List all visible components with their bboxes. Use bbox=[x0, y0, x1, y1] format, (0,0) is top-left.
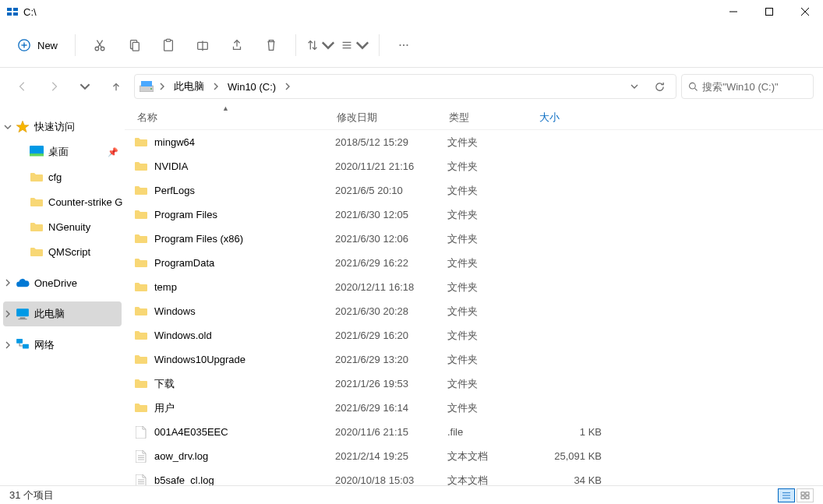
file-type: 文件夹 bbox=[447, 136, 538, 150]
address-dropdown-button[interactable] bbox=[623, 76, 646, 97]
tree-onedrive[interactable]: OneDrive bbox=[0, 270, 125, 295]
list-item[interactable]: Windows2021/6/30 20:28文件夹 bbox=[125, 299, 823, 323]
search-input[interactable] bbox=[702, 81, 807, 93]
nav-recent-dropdown[interactable] bbox=[72, 73, 98, 100]
column-header-size[interactable]: 大小 bbox=[530, 105, 600, 129]
tree-this-pc[interactable]: 此电脑 bbox=[3, 301, 122, 326]
svg-rect-28 bbox=[141, 81, 152, 86]
tree-label: OneDrive bbox=[34, 277, 77, 289]
file-date: 2021/6/5 20:10 bbox=[335, 185, 447, 196]
column-header-type[interactable]: 类型 bbox=[440, 105, 530, 129]
list-item[interactable]: 用户2021/6/29 16:14文件夹 bbox=[125, 396, 823, 420]
address-bar[interactable]: 此电脑 Win10 (C:) bbox=[134, 74, 676, 99]
tree-desktop[interactable]: 桌面 📌 bbox=[0, 139, 125, 164]
window-close-button[interactable] bbox=[787, 0, 823, 23]
cut-button[interactable] bbox=[85, 30, 115, 60]
file-date: 2021/6/30 12:06 bbox=[335, 233, 447, 245]
refresh-button[interactable] bbox=[648, 76, 671, 97]
file-type: 文本文档 bbox=[447, 474, 538, 486]
paste-button[interactable] bbox=[154, 30, 183, 60]
cloud-icon bbox=[16, 276, 30, 290]
list-item[interactable]: Program Files (x86)2021/6/30 12:06文件夹 bbox=[125, 227, 823, 251]
folder-icon bbox=[30, 170, 44, 184]
nav-forward-button[interactable] bbox=[41, 73, 67, 100]
list-item[interactable]: Windows.old2021/6/29 16:20文件夹 bbox=[125, 323, 823, 347]
more-button[interactable] bbox=[389, 30, 419, 60]
svg-point-29 bbox=[150, 88, 152, 90]
file-date: 2021/6/29 13:20 bbox=[335, 354, 447, 365]
file-type: 文件夹 bbox=[447, 377, 538, 391]
view-details-button[interactable] bbox=[778, 488, 795, 502]
share-button[interactable] bbox=[222, 30, 252, 60]
file-size: 25,091 KB bbox=[538, 450, 602, 462]
list-item[interactable]: NVIDIA2020/11/21 21:16文件夹 bbox=[125, 154, 823, 178]
svg-rect-49 bbox=[801, 492, 804, 494]
list-item[interactable]: aow_drv.log2021/2/14 19:25文本文档25,091 KB bbox=[125, 444, 823, 468]
list-item[interactable]: ProgramData2021/6/29 16:22文件夹 bbox=[125, 251, 823, 275]
file-name: Windows10Upgrade bbox=[154, 354, 335, 365]
main-area: 快速访问 桌面 📌 cfg Counter-strike G NGenuity … bbox=[0, 105, 823, 485]
list-item[interactable]: 下载2021/1/26 19:53文件夹 bbox=[125, 372, 823, 396]
toolbar-divider bbox=[295, 34, 296, 56]
breadcrumb-drive[interactable]: Win10 (C:) bbox=[224, 79, 279, 94]
list-item[interactable]: mingw642018/5/12 15:29文件夹 bbox=[125, 130, 823, 154]
file-type: 文件夹 bbox=[447, 184, 538, 198]
chevron-right-icon[interactable] bbox=[282, 83, 293, 90]
folder-icon bbox=[134, 208, 148, 222]
tree-item[interactable]: NGenuity bbox=[0, 214, 125, 239]
file-type: 文件夹 bbox=[447, 305, 538, 319]
window-maximize-button[interactable] bbox=[751, 0, 787, 23]
window-minimize-button[interactable] bbox=[715, 0, 751, 23]
new-button[interactable]: New bbox=[9, 30, 65, 60]
window-title: C:\ bbox=[23, 6, 37, 18]
tree-label: Counter-strike G bbox=[48, 196, 122, 208]
tree-item[interactable]: QMScript bbox=[0, 239, 125, 264]
list-item[interactable]: Windows10Upgrade2021/6/29 13:20文件夹 bbox=[125, 347, 823, 372]
file-list[interactable]: mingw642018/5/12 15:29文件夹NVIDIA2020/11/2… bbox=[125, 130, 823, 485]
column-header-date[interactable]: 修改日期 bbox=[327, 105, 440, 129]
rename-button[interactable] bbox=[188, 30, 217, 60]
folder-icon bbox=[134, 232, 148, 246]
nav-up-button[interactable] bbox=[103, 73, 129, 100]
delete-button[interactable] bbox=[256, 30, 286, 60]
search-box[interactable] bbox=[681, 74, 814, 99]
tree-quick-access[interactable]: 快速访问 bbox=[0, 115, 125, 139]
tree-label: 网络 bbox=[34, 338, 55, 352]
view-thumbnails-button[interactable] bbox=[797, 488, 814, 502]
file-type: 文件夹 bbox=[447, 353, 538, 367]
chevron-right-icon[interactable] bbox=[2, 277, 14, 289]
folder-icon bbox=[30, 220, 44, 234]
tree-network[interactable]: 网络 bbox=[0, 333, 125, 358]
view-button[interactable] bbox=[340, 30, 369, 60]
command-toolbar: New bbox=[0, 23, 823, 67]
file-name: mingw64 bbox=[154, 136, 335, 148]
list-item[interactable]: Program Files2021/6/30 12:05文件夹 bbox=[125, 203, 823, 227]
nav-back-button[interactable] bbox=[9, 73, 36, 100]
sort-indicator-icon: ▲ bbox=[222, 105, 229, 112]
svg-line-31 bbox=[694, 88, 697, 90]
folder-icon bbox=[30, 195, 44, 209]
tree-label: NGenuity bbox=[48, 221, 90, 233]
list-item[interactable]: temp2020/12/11 16:18文件夹 bbox=[125, 275, 823, 299]
drive-icon bbox=[140, 80, 154, 93]
chevron-down-icon[interactable] bbox=[2, 121, 14, 133]
tree-item[interactable]: Counter-strike G bbox=[0, 189, 125, 214]
chevron-right-icon[interactable] bbox=[2, 339, 14, 351]
tree-label: QMScript bbox=[48, 246, 90, 258]
copy-button[interactable] bbox=[119, 30, 149, 60]
file-date: 2020/10/18 15:03 bbox=[335, 474, 447, 485]
list-item[interactable]: b5safe_cl.log2020/10/18 15:03文本文档34 KB bbox=[125, 468, 823, 485]
folder-icon bbox=[134, 280, 148, 294]
chevron-right-icon[interactable] bbox=[157, 83, 168, 90]
svg-rect-38 bbox=[16, 339, 23, 344]
tree-item[interactable]: cfg bbox=[0, 164, 125, 189]
chevron-right-icon[interactable] bbox=[210, 83, 221, 90]
list-item[interactable]: PerfLogs2021/6/5 20:10文件夹 bbox=[125, 178, 823, 203]
column-header-name[interactable]: 名称 ▲ bbox=[125, 105, 327, 129]
list-item[interactable]: 001A4E035EEC2020/11/6 21:15.file1 KB bbox=[125, 420, 823, 444]
svg-point-24 bbox=[399, 44, 401, 46]
chevron-right-icon[interactable] bbox=[2, 308, 14, 320]
breadcrumb-this-pc[interactable]: 此电脑 bbox=[171, 78, 207, 95]
sort-button[interactable] bbox=[306, 30, 335, 60]
file-name: Windows.old bbox=[154, 330, 335, 341]
